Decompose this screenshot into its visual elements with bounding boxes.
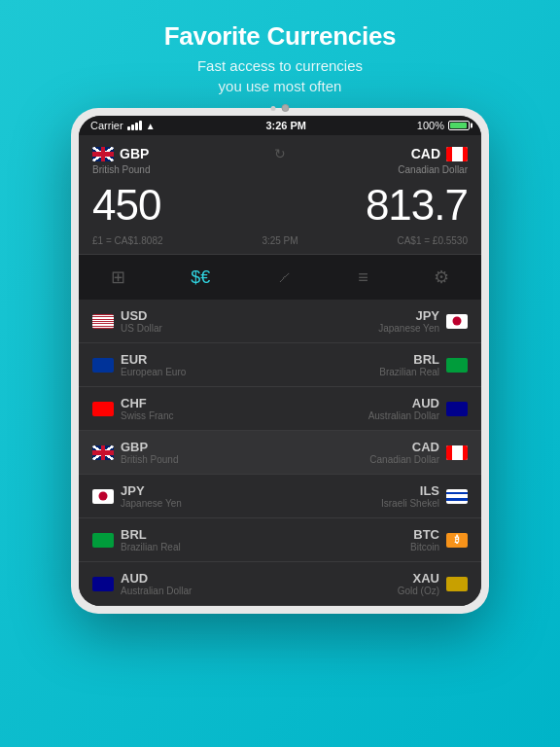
list-right-name: Japanese Yen [378,323,439,334]
list-right-ILS: ILS Israeli Shekel [381,483,468,509]
il-flag-list [446,489,468,504]
header-section: Favorite Currencies Fast access to curre… [164,0,397,108]
signal-bar-1 [127,126,130,130]
list-left-name: European Euro [121,367,186,377]
jp-flag-list [92,489,114,504]
list-right-CAD: CAD Canadian Dollar [369,440,468,465]
list-left-code: USD [121,308,162,323]
currency-list-row[interactable]: CHF Swiss Franc AUD Australian Dollar [79,387,481,431]
status-bar-right: 100% [417,120,470,131]
currency-list-row[interactable]: USD US Dollar JPY Japanese Yen [79,300,481,343]
calculator-icon: ⊞ [111,267,125,288]
tab-chart[interactable]: ⟋ [265,264,302,292]
list-right-info-BTC: BTC Bitcoin [410,527,439,552]
right-currency-info: CAD [411,145,440,162]
currency-header-row: GBP ↻ CAD [92,145,468,162]
list-left-BRL: BRL Brazilian Real [92,527,181,552]
list-right-name: Bitcoin [410,542,439,552]
list-right-code: AUD [368,396,439,410]
xau-flag-list [446,577,468,591]
left-currency-label: GBP [92,145,149,162]
list-left-info-USD: USD US Dollar [121,308,162,334]
wifi-icon: ▲ [146,121,156,131]
list-left-JPY: JPY Japanese Yen [92,483,182,509]
list-right-info-XAU: XAU Gold (Oz) [398,571,439,596]
list-right-name: Israeli Shekel [381,498,439,509]
list-right-info-AUD: AUD Australian Dollar [368,396,439,421]
list-right-code: BRL [379,352,439,367]
right-amount[interactable]: 813.7 [366,181,468,230]
eu-flag-list [92,358,114,373]
tab-calculator[interactable]: ⊞ [101,263,135,292]
list-right-BRL: BRL Brazilian Real [379,352,468,377]
currency-list-row[interactable]: GBP British Pound CAD Canadian Dollar [79,431,481,475]
list-left-code: CHF [121,396,173,410]
au-flag-list [446,402,468,416]
currency-list-row[interactable]: EUR European Euro BRL Brazilian Real [79,343,481,387]
list-right-info-JPY: JPY Japanese Yen [378,308,439,334]
list-left-name: US Dollar [121,323,162,334]
list-left-EUR: EUR European Euro [92,352,186,377]
list-left-GBP: GBP British Pound [92,440,178,465]
list-right-XAU: XAU Gold (Oz) [398,571,468,596]
signal-bar-4 [139,121,142,130]
list-right-name: Canadian Dollar [369,454,439,465]
list-left-name: British Pound [121,454,178,465]
rate-row: £1 = CA$1.8082 3:25 PM CA$1 = £0.5530 [92,233,468,246]
list-right-name: Australian Dollar [368,410,439,421]
list-left-name: Japanese Yen [121,498,182,509]
list-right-code: ILS [381,483,439,498]
refresh-icon[interactable]: ↻ [274,146,286,161]
us-flag-list [92,314,114,329]
list-right-code: XAU [398,571,439,586]
list-left-CHF: CHF Swiss Franc [92,396,173,421]
converter-section: GBP ↻ CAD British Pound Canadian Dollar … [79,135,481,254]
list-left-info-JPY: JPY Japanese Yen [121,483,182,509]
battery-percent: 100% [417,120,444,131]
battery-fill [450,123,467,128]
list-left-info-BRL: BRL Brazilian Real [121,527,181,552]
currency-list-row[interactable]: JPY Japanese Yen ILS Israeli Shekel [79,475,481,518]
list-right-name: Gold (Oz) [398,586,439,596]
list-left-USD: USD US Dollar [92,308,162,334]
cad-flag [446,147,468,161]
gear-icon: ⚙ [434,267,449,288]
list-left-info-AUD: AUD Australian Dollar [121,571,192,596]
left-currency-name: British Pound [92,164,150,175]
tab-list[interactable]: ≡ [348,264,378,292]
list-left-info-GBP: GBP British Pound [121,440,178,465]
currency-list-row[interactable]: BRL Brazilian Real BTC Bitcoin ₿ [79,518,481,562]
list-right-info-ILS: ILS Israeli Shekel [381,483,439,509]
list-right-AUD: AUD Australian Dollar [368,396,468,421]
list-right-code: BTC [410,527,439,542]
ch-flag-list [92,402,114,416]
list-right-name: Brazilian Real [379,367,439,377]
tab-currency[interactable]: $€ [181,264,220,292]
status-bar-left: Carrier ▲ [90,120,156,131]
gbp-flag [92,147,114,161]
list-left-name: Australian Dollar [121,586,192,596]
tab-settings[interactable]: ⚙ [424,263,459,292]
left-currency-code: GBP [120,146,149,161]
list-right-info-BRL: BRL Brazilian Real [379,352,439,377]
list-right-code: JPY [378,308,439,323]
list-left-code: GBP [121,440,178,454]
au-flag-list [92,577,114,591]
device-frame: Carrier ▲ 3:26 PM 100% [71,108,489,614]
currency-icon: $€ [191,267,210,288]
signal-bars [127,121,142,130]
right-currency-name: Canadian Dollar [398,164,468,175]
rate-time: 3:25 PM [262,235,298,246]
left-currency-info: GBP [120,145,149,162]
right-currency-label: CAD [411,145,468,162]
uk-flag-list [92,445,114,460]
br-flag-list [446,358,468,373]
currency-list-row[interactable]: AUD Australian Dollar XAU Gold (Oz) [79,562,481,606]
amount-row: 450 813.7 [92,175,468,233]
list-right-JPY: JPY Japanese Yen [378,308,468,334]
list-left-code: EUR [121,352,186,367]
status-bar: Carrier ▲ 3:26 PM 100% [79,116,481,135]
device-screen: Carrier ▲ 3:26 PM 100% [79,116,481,606]
left-amount[interactable]: 450 [92,181,160,230]
tab-bar: ⊞ $€ ⟋ ≡ ⚙ [79,254,481,300]
